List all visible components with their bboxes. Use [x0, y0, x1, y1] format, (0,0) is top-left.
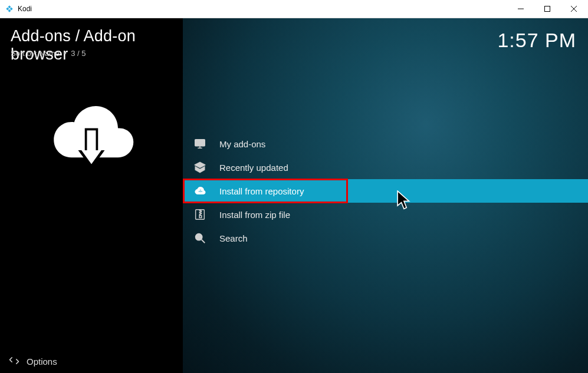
window-controls [507, 1, 587, 18]
svg-rect-0 [8, 5, 11, 8]
options-label: Options [27, 357, 57, 367]
svg-rect-21 [199, 216, 202, 218]
clock: 1:57 PM [497, 29, 576, 52]
sort-label: Sort by: [11, 49, 37, 58]
menu-item-label: Search [219, 233, 248, 243]
svg-rect-2 [6, 8, 9, 11]
menu-item-label: Install from repository [219, 186, 304, 196]
sort-sep: • [62, 49, 71, 58]
menu-item-my-addons[interactable]: My add-ons [183, 132, 588, 156]
svg-rect-5 [544, 6, 550, 12]
minimize-button[interactable] [507, 1, 534, 18]
main-panel: 1:57 PM My add-ons Recently updated Inst… [183, 18, 588, 373]
svg-rect-10 [87, 130, 96, 151]
cloud-plus-icon [193, 184, 206, 197]
list-position: 3 / 5 [71, 49, 86, 58]
sidebar: Add-ons / Add-on browser Sort by: Name •… [0, 18, 183, 373]
menu-item-search[interactable]: Search [183, 226, 588, 250]
menu-item-install-from-zip[interactable]: Install from zip file [183, 203, 588, 226]
menu-item-label: Install from zip file [219, 210, 290, 220]
search-icon [193, 232, 206, 245]
svg-point-22 [196, 234, 202, 240]
menu-item-label: My add-ons [219, 139, 265, 149]
menu-item-install-from-repository[interactable]: Install from repository [183, 179, 588, 203]
svg-rect-3 [8, 9, 11, 12]
sort-value: Name [39, 49, 60, 58]
close-button[interactable] [560, 1, 587, 18]
monitor-icon [193, 137, 206, 150]
maximize-button[interactable] [534, 1, 560, 18]
breadcrumb: Add-ons / Add-on browser [11, 27, 183, 64]
app-content: Add-ons / Add-on browser Sort by: Name •… [0, 18, 588, 373]
svg-line-23 [202, 240, 205, 243]
svg-rect-20 [199, 214, 201, 215]
cloud-download-icon [47, 98, 136, 174]
window-title: Kodi [18, 5, 32, 13]
zip-icon [193, 208, 206, 221]
menu-item-label: Recently updated [219, 163, 288, 173]
box-icon [193, 161, 206, 174]
window-titlebar: Kodi [0, 0, 588, 18]
svg-rect-1 [10, 8, 13, 11]
svg-rect-12 [195, 140, 205, 146]
options-button[interactable]: Options [9, 355, 57, 368]
menu-list: My add-ons Recently updated Install from… [183, 132, 588, 250]
menu-item-recently-updated[interactable]: Recently updated [183, 156, 588, 179]
kodi-logo-icon [5, 4, 14, 14]
arrows-horizontal-icon [9, 355, 19, 368]
sort-line[interactable]: Sort by: Name • 3 / 5 [11, 49, 86, 58]
